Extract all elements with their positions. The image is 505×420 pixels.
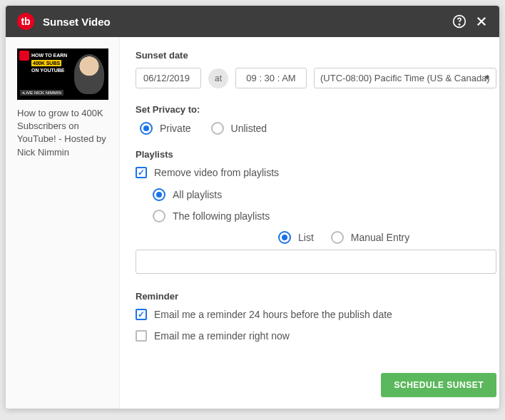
privacy-private-radio[interactable]: Private <box>140 122 191 135</box>
playlists-label: Playlists <box>136 149 496 160</box>
modal-header: tb Sunset Video <box>6 6 499 37</box>
sunset-date-label: Sunset date <box>136 50 496 61</box>
playlist-list-radio[interactable]: List <box>278 231 314 244</box>
all-playlists-radio[interactable]: All playlists <box>153 188 496 201</box>
remove-from-playlists-checkbox[interactable]: Remove video from playlists <box>136 167 496 178</box>
following-playlists-radio[interactable]: The following playlists <box>153 210 496 222</box>
video-title: How to grow to 400K Subscribers on YouTu… <box>17 107 108 159</box>
at-separator: at <box>208 68 228 88</box>
reminder-24h-checkbox[interactable]: Email me a reminder 24 hours before the … <box>136 309 496 320</box>
sunset-video-modal: tb Sunset Video HOW TO EARN 400K SUBS ON… <box>6 6 499 409</box>
playlist-input[interactable] <box>136 250 496 274</box>
svg-point-1 <box>459 24 459 25</box>
sunset-time-input[interactable] <box>235 68 307 88</box>
video-sidebar: HOW TO EARN 400K SUBS ON YOUTUBE •LIVE N… <box>6 37 120 409</box>
tubebuddy-logo: tb <box>17 13 34 30</box>
sunset-date-input[interactable] <box>136 68 201 88</box>
timezone-select[interactable]: (UTC-08:00) Pacific Time (US & Canada) <box>314 68 496 88</box>
close-icon[interactable] <box>475 15 488 28</box>
playlist-manual-radio[interactable]: Manual Entry <box>331 231 409 244</box>
help-icon[interactable] <box>452 14 466 29</box>
modal-title: Sunset Video <box>43 16 444 28</box>
video-thumbnail: HOW TO EARN 400K SUBS ON YOUTUBE •LIVE N… <box>17 48 108 100</box>
schedule-sunset-button[interactable]: SCHEDULE SUNSET <box>381 373 496 397</box>
reminder-label: Reminder <box>136 291 496 302</box>
reminder-now-checkbox[interactable]: Email me a reminder right now <box>136 330 496 342</box>
privacy-label: Set Privacy to: <box>136 104 496 115</box>
form-main: Sunset date at (UTC-08:00) Pacific Time … <box>120 37 499 409</box>
privacy-unlisted-radio[interactable]: Unlisted <box>211 122 267 135</box>
